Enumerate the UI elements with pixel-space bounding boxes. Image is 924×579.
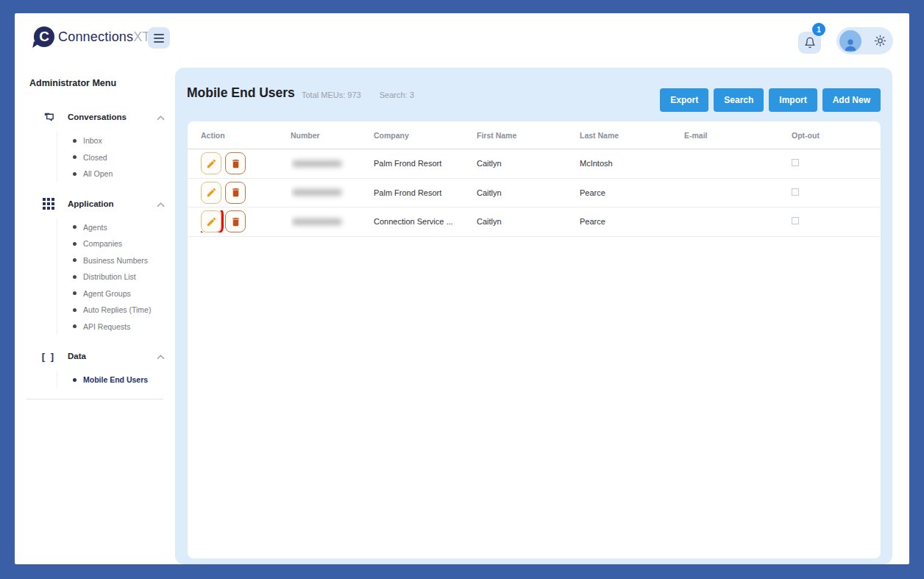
profile-pill: [836, 27, 893, 54]
grid-icon: [41, 198, 56, 210]
gear-icon[interactable]: [873, 34, 887, 48]
bullet-icon: [73, 155, 77, 159]
chevron-up-icon[interactable]: [157, 110, 165, 124]
delete-button[interactable]: [225, 210, 246, 232]
company-cell: Palm Frond Resort: [374, 159, 477, 168]
sidebar-item-api-requests[interactable]: API Requests: [57, 319, 175, 335]
bullet-icon: [73, 378, 77, 382]
bullet-icon: [73, 242, 77, 246]
sidebar-title: Administrator Menu: [29, 78, 175, 88]
table-row: Palm Frond Resort Caitlyn McIntosh: [188, 149, 881, 179]
brackets-icon: [ ]: [41, 351, 56, 362]
sidebar-item-closed[interactable]: Closed: [57, 149, 175, 166]
export-button[interactable]: Export: [660, 88, 708, 112]
brand-name: Connections: [58, 29, 133, 45]
table-row: Palm Frond Resort Caitlyn Pearce: [188, 179, 881, 208]
trash-icon: [230, 158, 241, 169]
user-avatar[interactable]: [839, 30, 861, 52]
sidebar-section-data: [ ] Data Mobile End Users: [15, 345, 175, 388]
sidebar-item-companies[interactable]: Companies: [57, 235, 175, 252]
pencil-icon: [206, 158, 217, 169]
sidebar-item-auto-replies[interactable]: Auto Replies (Time): [57, 302, 175, 319]
sidebar-item-business-numbers[interactable]: Business Numbers: [57, 252, 175, 269]
redacted-number: [291, 149, 357, 178]
sidebar-item-all-open[interactable]: All Open: [57, 166, 175, 182]
table-row: Connection Service ... Caitlyn Pearce: [188, 207, 881, 237]
chevron-up-icon[interactable]: [157, 349, 165, 363]
sidebar-divider: [26, 399, 163, 399]
bullet-icon: [73, 139, 77, 143]
import-button[interactable]: Import: [769, 88, 817, 112]
search-count: Search: 3: [380, 90, 414, 99]
opt-out-checkbox[interactable]: [792, 217, 799, 224]
chevron-up-icon[interactable]: [157, 197, 165, 210]
brand-logo: C Connections XT ™: [34, 26, 155, 47]
sidebar-item-agent-groups[interactable]: Agent Groups: [57, 285, 175, 302]
sidebar-item-agents[interactable]: Agents: [57, 219, 175, 236]
sidebar-item-distribution-list[interactable]: Distribution List: [57, 269, 175, 285]
pencil-icon: [206, 187, 217, 198]
bullet-icon: [73, 324, 77, 328]
sidebar-item-inbox[interactable]: Inbox: [57, 132, 175, 149]
total-meus-count: Total MEUs: 973: [302, 90, 361, 99]
hamburger-menu-button[interactable]: [148, 27, 170, 49]
redacted-number: [291, 207, 357, 236]
sidebar-section-application: Application Agents Companies Business Nu…: [15, 193, 175, 335]
pencil-icon: [206, 216, 217, 227]
users-table: Action Number Company First Name Last Na…: [188, 121, 881, 558]
column-header-email: E-mail: [684, 131, 792, 140]
edit-button[interactable]: [201, 152, 221, 174]
last-name-cell: Pearce: [580, 188, 684, 197]
hamburger-icon: [154, 34, 164, 35]
company-cell: Palm Frond Resort: [374, 188, 477, 197]
opt-out-checkbox[interactable]: [792, 188, 799, 196]
bullet-icon: [73, 308, 77, 312]
sidebar-section-header-data[interactable]: [ ] Data: [15, 345, 175, 367]
delete-button[interactable]: [225, 152, 246, 174]
toolbar: Export Search Import Add New: [660, 88, 881, 112]
main-panel: Mobile End Users Total MEUs: 973 Search:…: [175, 68, 892, 564]
person-icon: [842, 36, 859, 52]
company-cell: Connection Service ...: [374, 217, 477, 226]
last-name-cell: McIntosh: [580, 159, 684, 168]
last-name-cell: Pearce: [580, 217, 684, 226]
section-label: Data: [68, 352, 157, 360]
page-title: Mobile End Users: [187, 85, 295, 101]
column-header-number: Number: [291, 131, 374, 140]
delete-button[interactable]: [225, 182, 246, 204]
chat-icon: [41, 111, 56, 124]
trash-icon: [230, 216, 241, 227]
bullet-icon: [73, 258, 77, 262]
add-new-button[interactable]: Add New: [822, 88, 881, 112]
bullet-icon: [73, 172, 77, 176]
sidebar-item-mobile-end-users[interactable]: Mobile End Users: [57, 372, 175, 388]
sidebar: Administrator Menu Conversations Inbox C…: [15, 72, 175, 399]
bullet-icon: [73, 225, 77, 229]
column-header-action: Action: [201, 131, 291, 140]
app-window: C Connections XT ™ 1 Administrator Menu: [15, 13, 909, 564]
opt-out-checkbox[interactable]: [792, 159, 799, 166]
search-button[interactable]: Search: [714, 88, 764, 112]
first-name-cell: Caitlyn: [477, 217, 580, 226]
edit-button-highlighted[interactable]: [201, 210, 221, 232]
sidebar-section-header-conversations[interactable]: Conversations: [15, 106, 175, 128]
bullet-icon: [73, 291, 77, 295]
section-label: Conversations: [68, 113, 157, 121]
section-label: Application: [68, 199, 157, 208]
sidebar-section-header-application[interactable]: Application: [15, 193, 175, 215]
column-header-company: Company: [374, 131, 477, 140]
redacted-number: [291, 179, 357, 207]
edit-button[interactable]: [201, 182, 221, 204]
table-header-row: Action Number Company First Name Last Na…: [188, 121, 881, 149]
brand-bubble-icon: C: [34, 26, 54, 47]
first-name-cell: Caitlyn: [477, 188, 580, 197]
notification-badge: 1: [812, 23, 825, 36]
bell-icon: [804, 37, 816, 49]
first-name-cell: Caitlyn: [477, 159, 580, 168]
table-meta: Total MEUs: 973 Search: 3: [302, 90, 414, 99]
trash-icon: [230, 187, 241, 198]
bullet-icon: [73, 275, 77, 279]
column-header-opt-out: Opt-out: [792, 131, 881, 140]
column-header-first-name: First Name: [477, 131, 580, 140]
sidebar-section-conversations: Conversations Inbox Closed All Open: [15, 106, 175, 182]
